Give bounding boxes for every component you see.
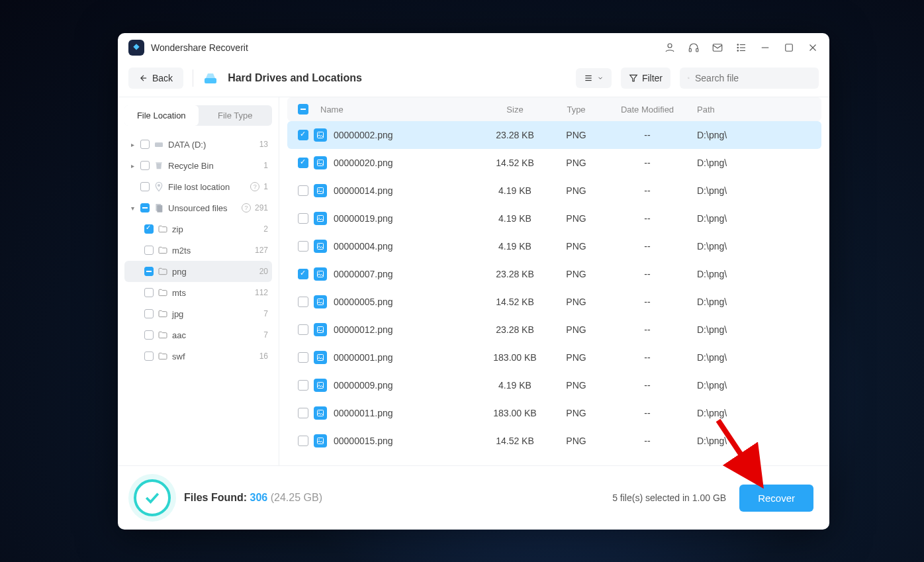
page-title: Hard Drives and Locations [228, 72, 362, 84]
tree-checkbox[interactable] [140, 140, 150, 149]
tree-item-png[interactable]: png20 [124, 261, 272, 282]
tree-item-zip[interactable]: zip2 [124, 218, 272, 240]
table-row[interactable]: 00000002.png23.28 KBPNG--D:\png\ [287, 121, 821, 149]
tree-item-file-lost-location[interactable]: File lost location?1 [124, 176, 272, 197]
search-input[interactable] [695, 73, 811, 83]
expand-arrow-icon[interactable]: ▸ [128, 162, 136, 169]
row-checkbox[interactable] [298, 185, 308, 196]
tree-checkbox[interactable] [144, 351, 154, 361]
svg-rect-49 [318, 438, 324, 444]
image-file-icon [314, 434, 327, 447]
svg-point-38 [318, 272, 320, 273]
maximize-icon[interactable] [783, 42, 795, 54]
tree-checkbox[interactable] [144, 267, 154, 276]
tab-file-type[interactable]: File Type [199, 105, 273, 126]
tree-item-recycle-bin[interactable]: ▸Recycle Bin1 [124, 155, 272, 176]
close-icon[interactable] [807, 42, 819, 54]
help-icon[interactable]: ? [242, 203, 251, 212]
tree-item-m2ts[interactable]: m2ts127 [124, 240, 272, 261]
tree-checkbox[interactable] [144, 246, 154, 255]
row-checkbox[interactable] [298, 158, 308, 168]
row-checkbox[interactable] [298, 130, 308, 140]
table-row[interactable]: 00000009.png4.19 KBPNG--D:\png\ [287, 371, 821, 399]
tree-checkbox[interactable] [144, 330, 154, 340]
tab-file-location[interactable]: File Location [124, 105, 199, 126]
tree-label: mts [172, 288, 251, 298]
tree-item-swf[interactable]: swf16 [124, 346, 272, 367]
tree-checkbox[interactable] [144, 309, 154, 318]
search-box[interactable] [680, 68, 819, 89]
file-size: 4.19 KB [482, 380, 548, 391]
row-checkbox[interactable] [298, 213, 308, 224]
row-checkbox[interactable] [298, 241, 308, 252]
back-button[interactable]: Back [128, 68, 183, 89]
row-checkbox[interactable] [298, 380, 308, 391]
table-row[interactable]: 00000020.png14.52 KBPNG--D:\png\ [287, 149, 821, 177]
table-row[interactable]: 00000007.png23.28 KBPNG--D:\png\ [287, 260, 821, 288]
tree-checkbox[interactable] [140, 182, 150, 191]
tree-item-mts[interactable]: mts112 [124, 282, 272, 303]
svg-point-42 [318, 328, 320, 329]
divider [193, 70, 193, 87]
header-size[interactable]: Size [506, 105, 523, 115]
main-area: File Location File Type ▸DATA (D:)13▸Rec… [118, 97, 829, 465]
svg-rect-45 [318, 383, 324, 389]
expand-arrow-icon[interactable]: ▸ [128, 141, 136, 148]
tree-item-jpg[interactable]: jpg7 [124, 303, 272, 324]
tree-label: png [172, 267, 255, 277]
mail-icon[interactable] [712, 42, 723, 54]
select-all-checkbox[interactable] [298, 104, 308, 115]
svg-rect-15 [205, 78, 216, 83]
row-checkbox[interactable] [298, 269, 308, 279]
table-row[interactable]: 00000012.png23.28 KBPNG--D:\png\ [287, 316, 821, 344]
table-row[interactable]: 00000011.png183.00 KBPNG--D:\png\ [287, 399, 821, 427]
user-icon[interactable] [664, 42, 676, 54]
menu-icon[interactable] [735, 42, 747, 54]
svg-point-32 [318, 189, 320, 190]
file-date: -- [604, 130, 690, 140]
file-date: -- [604, 436, 690, 446]
headset-icon[interactable] [688, 42, 700, 54]
help-icon[interactable]: ? [250, 182, 259, 191]
tree-checkbox[interactable] [144, 288, 154, 297]
titlebar-actions [664, 42, 819, 54]
filter-button[interactable]: Filter [621, 68, 670, 89]
table-body[interactable]: 00000002.png23.28 KBPNG--D:\png\00000020… [287, 121, 821, 465]
header-date[interactable]: Date Modified [621, 105, 674, 115]
table-row[interactable]: 00000005.png14.52 KBPNG--D:\png\ [287, 288, 821, 316]
file-name: 00000007.png [334, 269, 393, 279]
row-checkbox[interactable] [298, 352, 308, 363]
tree-checkbox[interactable] [140, 161, 150, 170]
tree-checkbox[interactable] [144, 224, 154, 234]
table-row[interactable]: 00000001.png183.00 KBPNG--D:\png\ [287, 344, 821, 371]
tree-item-data--d--[interactable]: ▸DATA (D:)13 [124, 134, 272, 155]
minimize-icon[interactable] [759, 42, 771, 54]
image-file-icon [314, 323, 327, 336]
recover-button[interactable]: Recover [739, 485, 813, 512]
view-toggle-button[interactable] [576, 68, 612, 88]
table-row[interactable]: 00000014.png4.19 KBPNG--D:\png\ [287, 177, 821, 205]
tree-item-aac[interactable]: aac7 [124, 324, 272, 346]
file-type: PNG [548, 130, 604, 140]
svg-point-30 [318, 161, 320, 162]
file-type: PNG [548, 241, 604, 252]
tree-count: 2 [263, 224, 268, 234]
image-file-icon [314, 128, 327, 142]
tree-count: 7 [263, 309, 268, 318]
header-name[interactable]: Name [320, 105, 344, 115]
table-row[interactable]: 00000004.png4.19 KBPNG--D:\png\ [287, 232, 821, 260]
header-path[interactable]: Path [697, 105, 715, 115]
tree-checkbox[interactable] [140, 203, 150, 212]
table-row[interactable]: 00000019.png4.19 KBPNG--D:\png\ [287, 205, 821, 232]
row-checkbox[interactable] [298, 436, 308, 446]
header-type[interactable]: Type [567, 105, 585, 115]
sidebar-tabs: File Location File Type [124, 105, 272, 126]
file-date: -- [604, 324, 690, 335]
row-checkbox[interactable] [298, 408, 308, 418]
row-checkbox[interactable] [298, 297, 308, 307]
row-checkbox[interactable] [298, 324, 308, 335]
tree-item-unsourced-files[interactable]: ▾Unsourced files?291 [124, 197, 272, 218]
table-row[interactable]: 00000015.png14.52 KBPNG--D:\png\ [287, 427, 821, 455]
expand-arrow-icon[interactable]: ▾ [128, 205, 136, 212]
file-date: -- [604, 269, 690, 279]
